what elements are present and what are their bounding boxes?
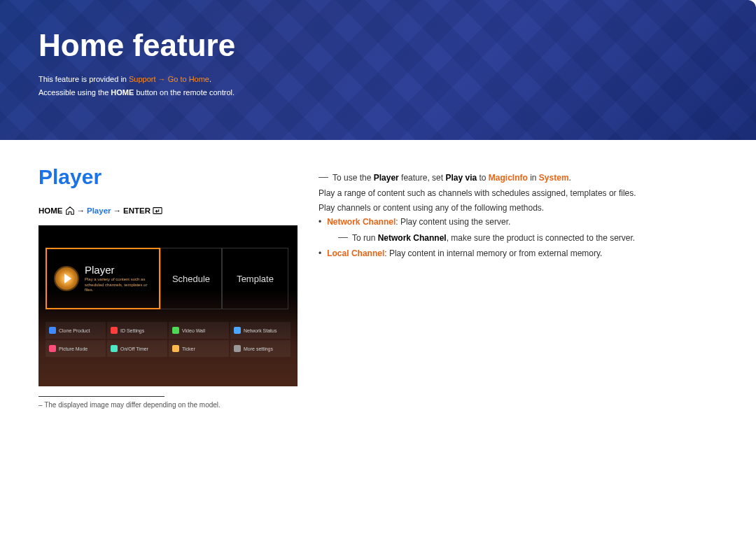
timer-icon (111, 345, 118, 352)
video-icon (172, 327, 179, 334)
nav-player: Player (87, 206, 111, 215)
id-icon (111, 327, 118, 334)
grid-cell-label: On/Off Timer (120, 346, 148, 351)
template-tile-label: Template (237, 274, 274, 284)
grid-cell-label: Video Wall (182, 328, 205, 333)
player-tile: Player Play a variety of content such as… (46, 248, 160, 309)
home-icon (65, 206, 75, 216)
text-bold: Player (374, 173, 399, 183)
picture-icon (49, 345, 56, 352)
footnote: – The displayed image may differ dependi… (38, 401, 298, 409)
bullet-dot-icon: • (318, 215, 321, 229)
text: feature, set (399, 173, 446, 183)
usage-note: ― To use the Player feature, set Play vi… (318, 171, 718, 185)
text: in (528, 173, 539, 183)
text-orange: System (539, 173, 569, 183)
text: → (77, 206, 85, 215)
svg-rect-0 (153, 208, 162, 214)
nav-home: HOME (38, 206, 63, 215)
text: to (477, 173, 489, 183)
play-icon (54, 266, 79, 291)
feature-desc-2: Accessible using the HOME button on the … (38, 86, 718, 99)
content-area: Player HOME → Player → ENTER Player Play… (0, 140, 756, 409)
header-band: Home feature This feature is provided in… (0, 0, 756, 140)
text-bold: Network Channel (378, 233, 447, 243)
bullet-local: • Local Channel: Play content in interna… (318, 246, 718, 260)
nav-enter: ENTER (123, 206, 150, 215)
grid-cell: Clone Product (46, 322, 106, 339)
right-column: ― To use the Player feature, set Play vi… (318, 165, 718, 409)
grid-cell-label: Ticker (182, 346, 195, 351)
enter-icon (153, 206, 162, 216)
goto-home-link: Go to Home (168, 75, 209, 83)
ui-screenshot: Player Play a variety of content such as… (38, 225, 298, 386)
schedule-tile: Schedule (160, 248, 222, 309)
network-icon (234, 327, 241, 334)
text: To use the (332, 173, 374, 183)
text: , make sure the product is connected to … (447, 233, 635, 243)
grid-cell: On/Off Timer (107, 340, 167, 357)
page-title: Home feature (38, 28, 718, 63)
local-channel-label: Local Channel (327, 248, 384, 258)
text: The displayed image may differ depending… (44, 401, 220, 409)
grid-cell-label: More settings (244, 346, 273, 351)
dash-icon: ― (338, 231, 348, 243)
player-tile-sub: Play a variety of content such as schedu… (85, 277, 152, 293)
text: : Play content using the server. (396, 217, 510, 227)
text-bold: Play via (445, 173, 477, 183)
text: Accessible using the (38, 88, 111, 97)
text: → (113, 206, 122, 215)
footnote-rule (38, 396, 164, 397)
grid-cell: Video Wall (169, 322, 229, 339)
grid-cell: Network Status (230, 322, 290, 339)
grid-cell: Picture Mode (46, 340, 106, 357)
dash-icon: ― (318, 171, 328, 183)
grid-cell: More settings (230, 340, 290, 357)
network-channel-label: Network Channel (327, 217, 396, 227)
more-icon (234, 345, 241, 352)
player-tile-title: Player (85, 264, 152, 276)
left-column: Player HOME → Player → ENTER Player Play… (38, 165, 298, 409)
text-orange: MagicInfo (489, 173, 528, 183)
tile-row: Player Play a variety of content such as… (46, 248, 290, 309)
nav-path: HOME → Player → ENTER (38, 206, 298, 216)
paragraph: Play channels or content using any of th… (318, 201, 718, 215)
grid-row: Clone ProductID SettingsVideo WallNetwor… (46, 322, 290, 339)
text: . (569, 173, 571, 183)
section-title: Player (38, 165, 298, 189)
grid-cell-label: ID Settings (120, 328, 144, 333)
text: → (156, 75, 168, 83)
grid-cell-label: Picture Mode (59, 346, 88, 351)
bullet-dot-icon: • (318, 246, 321, 260)
bullet-network: • Network Channel: Play content using th… (318, 215, 718, 229)
text: . (209, 75, 211, 83)
template-tile: Template (222, 248, 288, 309)
grid-container: Clone ProductID SettingsVideo WallNetwor… (46, 322, 290, 357)
text: This feature is provided in (38, 75, 129, 83)
home-button-label: HOME (111, 88, 134, 97)
schedule-tile-label: Schedule (172, 274, 210, 284)
clone-icon (49, 327, 56, 334)
text: To run (352, 233, 378, 243)
feature-desc-1: This feature is provided in Support → Go… (38, 73, 718, 86)
grid-cell-label: Clone Product (59, 328, 90, 333)
ticker-icon (172, 345, 179, 352)
text: button on the remote control. (134, 88, 234, 97)
paragraph: Play a range of content such as channels… (318, 186, 718, 200)
grid-row: Picture ModeOn/Off TimerTickerMore setti… (46, 340, 290, 357)
grid-cell-label: Network Status (244, 328, 276, 333)
network-note: ― To run Network Channel, make sure the … (338, 231, 718, 245)
text: – (38, 401, 44, 409)
text: : Play content in internal memory or fro… (384, 248, 602, 258)
support-link: Support (129, 75, 156, 83)
grid-cell: Ticker (169, 340, 229, 357)
grid-cell: ID Settings (107, 322, 167, 339)
